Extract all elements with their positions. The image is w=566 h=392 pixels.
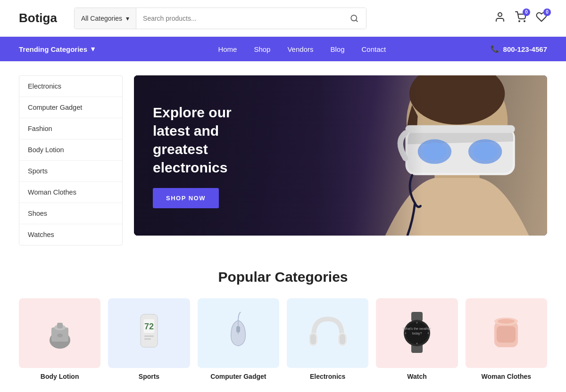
hero-section: Electronics Computer Gadget Fashion Body… (19, 75, 547, 245)
sidebar-item-computer-gadget[interactable]: Computer Gadget (19, 97, 122, 118)
category-card-body-lotion[interactable]: Body Lotion (19, 298, 100, 380)
wishlist-button[interactable]: 0 (536, 11, 547, 25)
search-input[interactable] (136, 8, 342, 29)
header-icons: 0 0 (494, 11, 547, 25)
svg-rect-23 (144, 335, 154, 337)
svg-point-37 (416, 322, 417, 324)
category-img-sports: 72 (108, 298, 190, 368)
svg-rect-24 (144, 338, 151, 340)
category-label-sports: Sports (108, 373, 190, 380)
sidebar-item-body-lotion[interactable]: Body Lotion (19, 139, 122, 161)
svg-rect-42 (497, 326, 516, 343)
category-label-watch: Watch (376, 373, 458, 380)
woman-clothes-icon (487, 312, 525, 354)
search-button[interactable] (342, 8, 366, 29)
nav-contact[interactable]: Contact (362, 45, 386, 53)
svg-point-2 (498, 13, 502, 16)
category-card-computer-gadget[interactable]: Computer Gadget (198, 298, 279, 380)
category-dropdown[interactable]: All Categories ▾ (75, 8, 136, 29)
body-lotion-icon (41, 314, 79, 352)
svg-rect-26 (236, 326, 240, 333)
electronics-icon (304, 312, 351, 354)
svg-point-19 (57, 334, 63, 337)
svg-rect-29 (310, 334, 316, 344)
cart-button[interactable]: 0 (515, 11, 526, 25)
search-icon (350, 14, 358, 23)
category-label-woman-clothes: Woman Clothes (466, 373, 547, 380)
svg-line-1 (356, 20, 357, 21)
shop-now-button[interactable]: SHOP NOW (153, 188, 219, 208)
sports-icon: 72 (130, 310, 168, 357)
svg-point-4 (524, 21, 525, 22)
search-container: All Categories ▾ (74, 8, 366, 29)
category-card-watch[interactable]: What's the weather today? Watch (376, 298, 458, 380)
category-card-sports[interactable]: 72 Sports (108, 298, 190, 380)
chevron-down-icon: ▾ (91, 45, 95, 53)
category-label-electronics: Electronics (287, 373, 368, 380)
logo: Botiga (19, 11, 57, 25)
svg-point-38 (416, 343, 417, 344)
category-select-label: All Categories (81, 15, 122, 22)
main-content: Electronics Computer Gadget Fashion Body… (0, 61, 566, 392)
svg-text:today?: today? (412, 332, 422, 335)
hero-banner: Explore our latest and greatest electron… (134, 75, 547, 236)
phone-icon: 📞 (491, 45, 499, 53)
nav-vendors[interactable]: Vendors (287, 45, 313, 53)
category-img-woman-clothes (466, 298, 547, 368)
svg-point-44 (498, 319, 515, 324)
trending-categories-button[interactable]: Trending Categories ▾ (19, 45, 95, 53)
nav-home[interactable]: Home (218, 45, 237, 53)
header: Botiga All Categories ▾ (0, 0, 566, 37)
nav-blog[interactable]: Blog (330, 45, 344, 53)
sidebar-item-shoes[interactable]: Shoes (19, 203, 122, 224)
categories-grid: Body Lotion 72 Sports (19, 298, 547, 380)
navbar: Trending Categories ▾ Home Shop Vendors … (0, 37, 566, 61)
phone-info: 📞 800-123-4567 (491, 45, 547, 53)
user-button[interactable] (494, 11, 506, 25)
category-img-watch: What's the weather today? (376, 298, 458, 368)
svg-point-40 (427, 333, 429, 334)
sidebar-item-fashion[interactable]: Fashion (19, 118, 122, 139)
svg-point-39 (405, 333, 406, 334)
sidebar-item-electronics[interactable]: Electronics (19, 76, 122, 97)
hero-text: Explore our latest and greatest electron… (134, 84, 285, 227)
svg-rect-30 (340, 334, 345, 344)
cart-badge: 0 (523, 8, 530, 16)
category-img-computer-gadget (198, 298, 279, 368)
wishlist-badge: 0 (543, 8, 551, 16)
category-label-computer-gadget: Computer Gadget (198, 373, 279, 380)
user-icon (494, 11, 506, 23)
popular-categories-section: Popular Categories Body Lotion (19, 269, 547, 380)
phone-number: 800-123-4567 (503, 45, 547, 53)
svg-point-3 (519, 21, 520, 22)
svg-text:What's the weather: What's the weather (403, 327, 431, 330)
category-card-electronics[interactable]: Electronics (287, 298, 368, 380)
watch-icon: What's the weather today? (398, 310, 436, 357)
trending-label: Trending Categories (19, 45, 87, 53)
computer-gadget-icon (217, 312, 259, 354)
nav-shop[interactable]: Shop (254, 45, 270, 53)
category-label-body-lotion: Body Lotion (19, 373, 100, 380)
chevron-down-icon: ▾ (126, 15, 129, 22)
sidebar-item-sports[interactable]: Sports (19, 161, 122, 182)
svg-text:72: 72 (144, 322, 154, 331)
svg-rect-18 (57, 323, 63, 328)
category-card-woman-clothes[interactable]: Woman Clothes (466, 298, 547, 380)
popular-categories-title: Popular Categories (19, 269, 547, 285)
category-img-electronics (287, 298, 368, 368)
sidebar: Electronics Computer Gadget Fashion Body… (19, 75, 123, 245)
sidebar-item-woman-clothes[interactable]: Woman Clothes (19, 182, 122, 203)
nav-links: Home Shop Vendors Blog Contact (114, 45, 491, 53)
hero-title: Explore our latest and greatest electron… (153, 103, 266, 177)
category-img-body-lotion (19, 298, 100, 368)
sidebar-item-watches[interactable]: Watches (19, 224, 122, 245)
